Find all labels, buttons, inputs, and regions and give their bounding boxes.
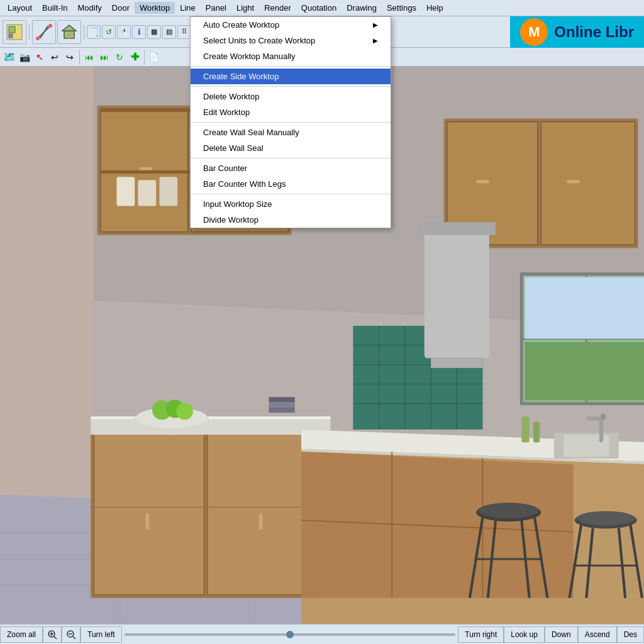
btn-ascend[interactable]: Ascend: [578, 626, 617, 643]
svg-rect-99: [521, 416, 529, 442]
tb-icon-pointer[interactable]: 🖱️: [117, 25, 131, 39]
online-lib-text: Online Libr: [554, 23, 634, 41]
submenu-arrow-0: ▶: [373, 21, 378, 28]
menu-builtin[interactable]: Built-In: [37, 2, 72, 14]
menu-render[interactable]: Render: [259, 2, 296, 14]
sep-drop-2: [191, 86, 391, 87]
btn-zoom-out[interactable]: [62, 626, 80, 643]
menu-light[interactable]: Light: [231, 2, 259, 14]
btn-turn-right[interactable]: Turn right: [458, 626, 504, 643]
sep-drop-1: [191, 66, 391, 67]
svg-rect-48: [418, 222, 496, 235]
menu-delete-worktop[interactable]: Delete Worktop: [191, 89, 391, 104]
tb-icon-3[interactable]: [57, 20, 81, 44]
menu-bar: Layout Built-In Modify Door Worktop Line…: [0, 0, 644, 16]
tb2-refresh[interactable]: ↻: [113, 50, 126, 64]
menu-select-units-worktop[interactable]: Select Units to Create Worktop ▶: [191, 33, 391, 48]
svg-marker-8: [62, 25, 76, 31]
worktop-dropdown-menu: Auto Create Worktop ▶ Select Units to Cr…: [190, 16, 391, 228]
menu-auto-create-worktop[interactable]: Auto Create Worktop ▶: [191, 17, 391, 33]
btn-descend[interactable]: Des: [617, 626, 644, 643]
menu-create-worktop-manually[interactable]: Create Worktop Manually: [191, 48, 391, 64]
menu-worktop[interactable]: Worktop: [135, 2, 175, 14]
menu-line[interactable]: Line: [175, 2, 201, 14]
menu-bar-counter[interactable]: Bar Counter: [191, 160, 391, 176]
tb2-map[interactable]: 🗺️: [3, 50, 16, 64]
slider-track: [125, 633, 456, 636]
online-lib-logo: M: [520, 18, 548, 46]
sep-1: [29, 25, 30, 40]
tb2-cursor[interactable]: ↖: [33, 50, 47, 64]
sep-drop-4: [191, 158, 391, 158]
tb2-camera[interactable]: 📷: [18, 50, 31, 64]
btn-zoom-all[interactable]: Zoom all: [0, 626, 43, 643]
sep-4: [144, 50, 145, 65]
svg-point-81: [478, 502, 539, 518]
svg-point-69: [176, 403, 193, 420]
menu-edit-worktop[interactable]: Edit Worktop: [191, 104, 391, 120]
svg-point-88: [577, 511, 635, 526]
menu-panel[interactable]: Panel: [201, 2, 231, 14]
online-library-panel: M Online Libr: [510, 16, 644, 48]
svg-rect-100: [533, 422, 540, 443]
sep-2: [84, 25, 84, 40]
menu-create-side-worktop[interactable]: Create Side Worktop: [191, 69, 391, 84]
submenu-arrow-1: ▶: [373, 37, 378, 44]
btn-down[interactable]: Down: [545, 626, 578, 643]
svg-rect-26: [139, 167, 152, 170]
menu-settings[interactable]: Settings: [382, 2, 421, 14]
svg-rect-54: [525, 342, 644, 401]
tb2-step-fwd[interactable]: ⏭: [97, 50, 111, 64]
menu-create-wall-seal[interactable]: Create Wall Seal Manually: [191, 125, 391, 140]
svg-point-98: [601, 414, 606, 419]
tb2-undo[interactable]: ↩: [48, 50, 62, 64]
svg-line-109: [73, 636, 75, 639]
sep-drop-5: [191, 194, 391, 194]
tb-icon-new[interactable]: 🗒️: [87, 25, 101, 39]
svg-rect-55: [525, 277, 644, 339]
menu-help[interactable]: Help: [421, 2, 448, 14]
svg-rect-35: [541, 122, 635, 245]
tb-icon-grid[interactable]: ▦: [147, 25, 161, 39]
tb2-step-back[interactable]: ⏮: [82, 50, 96, 64]
menu-door[interactable]: Door: [107, 2, 135, 14]
menu-input-worktop-size[interactable]: Input Worktop Size: [191, 196, 391, 212]
svg-rect-63: [91, 416, 330, 435]
tb2-doc[interactable]: 📄: [147, 50, 161, 64]
menu-modify[interactable]: Modify: [73, 2, 107, 14]
svg-rect-49: [431, 358, 482, 368]
menu-bar-counter-legs[interactable]: Bar Counter With Legs: [191, 176, 391, 192]
menu-delete-wall-seal[interactable]: Delete Wall Seal: [191, 140, 391, 156]
svg-rect-9: [67, 33, 71, 38]
btn-look-up[interactable]: Look up: [504, 626, 545, 643]
tb-icon-info[interactable]: ℹ: [132, 25, 146, 39]
svg-line-4: [40, 26, 48, 38]
svg-rect-2: [9, 34, 13, 38]
svg-rect-71: [269, 402, 295, 408]
tb2-redo[interactable]: ↪: [63, 50, 77, 64]
menu-divide-worktop[interactable]: Divide Worktop: [191, 212, 391, 228]
tb-icon-1[interactable]: [3, 20, 26, 44]
btn-turn-left[interactable]: Turn left: [80, 626, 122, 643]
tb-icon-green-arrow[interactable]: ↺: [102, 25, 116, 39]
tb-icon-2[interactable]: [32, 20, 56, 44]
menu-quotation[interactable]: Quotation: [296, 2, 341, 14]
menu-drawing[interactable]: Drawing: [341, 2, 382, 14]
svg-rect-70: [269, 397, 295, 402]
navigation-slider[interactable]: [122, 633, 458, 636]
tb-icon-striped[interactable]: ▤: [162, 25, 176, 39]
sep-drop-3: [191, 122, 391, 123]
btn-zoom-in[interactable]: [43, 626, 62, 643]
tb-icon-dots[interactable]: ⠿: [177, 25, 191, 39]
svg-rect-30: [116, 177, 135, 206]
svg-line-105: [54, 636, 57, 639]
svg-rect-1: [9, 26, 15, 33]
svg-point-5: [36, 36, 40, 40]
svg-rect-60: [259, 514, 262, 530]
tb2-plus[interactable]: ✚: [128, 50, 142, 64]
status-bar: Zoom all Turn left Turn right Look up Do…: [0, 624, 644, 644]
svg-rect-32: [159, 177, 177, 206]
menu-layout[interactable]: Layout: [3, 2, 37, 14]
svg-marker-76: [301, 452, 574, 598]
sep-3: [79, 50, 80, 65]
